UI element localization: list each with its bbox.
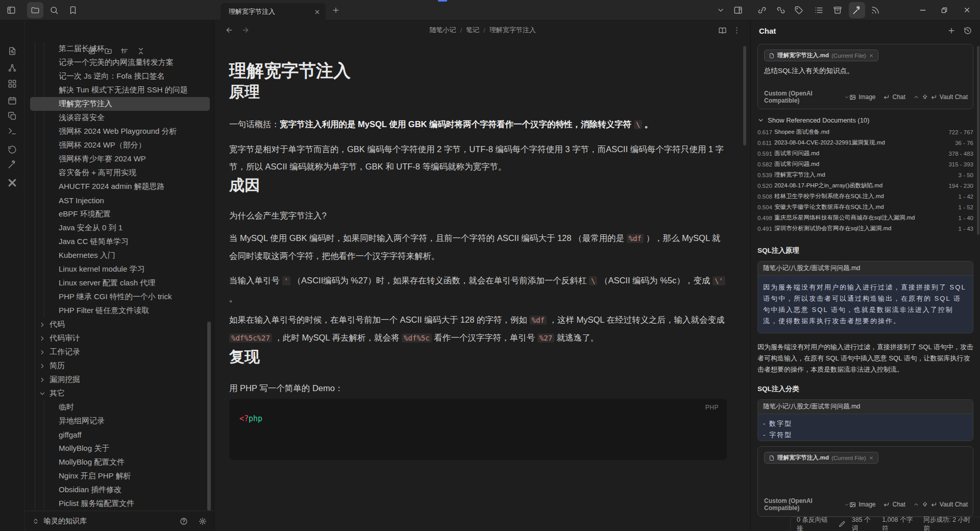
file-item[interactable]: Piclist 服务端配置文件 [25, 497, 214, 511]
file-item[interactable]: Linux server 配置 clash 代理 [25, 276, 214, 290]
vault-chat-button[interactable]: Vault Chat [913, 501, 968, 508]
referenced-document[interactable]: 0.491深圳市分析测试协会官网存在sql注入漏洞.md1 - 43 [757, 223, 973, 234]
file-item[interactable]: MollyBlog 配置文件 [25, 455, 214, 469]
referenced-document[interactable]: 0.498重庆思乐星网络科技有限公司商城存在sql注入漏洞.md1 - 40 [757, 212, 973, 223]
file-item[interactable]: 强网杯 2024 WP（部分） [25, 138, 214, 152]
search-icon[interactable] [50, 6, 59, 15]
tools-icon[interactable] [8, 178, 17, 187]
chat-history-icon[interactable] [964, 27, 972, 35]
breadcrumb-item[interactable]: 理解宽字节注入 [489, 26, 536, 35]
chat-input-card[interactable]: 理解宽字节注入.md (Current File) Custom (OpenAI… [757, 446, 973, 517]
rss-icon[interactable] [871, 6, 880, 15]
image-button[interactable]: Image [849, 501, 875, 508]
folder-item[interactable]: 工作记录 [25, 345, 214, 359]
canvas-grid-icon[interactable] [8, 79, 17, 88]
folder-item-expanded[interactable]: 其它 [25, 387, 214, 400]
new-tab-icon[interactable] [332, 6, 340, 14]
context-file-chip[interactable]: 理解宽字节注入.md (Current File) [764, 452, 878, 464]
backlinks-count[interactable]: 0 条反向链接 [797, 516, 832, 531]
file-item[interactable]: 记一次 Js 逆向：Fofa 接口签名 [25, 69, 214, 83]
explorer-scrollbar[interactable] [207, 322, 211, 511]
file-item[interactable]: PHP Filter 链任意文件读取 [25, 304, 214, 318]
window-close-icon[interactable] [963, 6, 971, 14]
file-item[interactable]: Obsidian 插件修改 [25, 483, 214, 497]
chip-close-icon[interactable] [869, 53, 874, 58]
vault-switcher[interactable]: 喻灵的知识库 [25, 511, 214, 531]
context-file-chip[interactable]: 理解宽字节注入.md (Current File) [764, 50, 878, 61]
terminal-icon[interactable] [8, 127, 17, 136]
file-item[interactable]: 第二届长城杯 [25, 42, 214, 56]
copy-template-icon[interactable] [8, 111, 17, 120]
chip-close-icon[interactable] [869, 455, 874, 461]
quote-source[interactable]: 随笔小记/八股文/面试常问问题.md [758, 261, 973, 276]
file-item[interactable]: Kubernetes 入门 [25, 249, 214, 262]
file-item[interactable]: Nginx 开启 PHP 解析 [25, 469, 214, 483]
file-item[interactable]: 解决 Tun 模式下无法使用 SSH 的问题 [25, 83, 214, 97]
file-item[interactable]: 强网杯 2024 Web Playground 分析 [25, 125, 214, 138]
file-item[interactable]: Java 安全从 0 到 1 [25, 221, 214, 235]
folder-item[interactable]: 代码 [25, 318, 214, 331]
window-minimize-icon[interactable] [919, 6, 927, 14]
chat-send-button[interactable]: Chat [883, 93, 905, 101]
edit-mode-pencil-icon[interactable] [839, 521, 845, 527]
bookmark-icon[interactable] [68, 6, 78, 15]
sync-history-icon[interactable] [8, 145, 17, 154]
file-item[interactable]: Java CC 链简单学习 [25, 235, 214, 249]
window-restore-icon[interactable] [941, 6, 948, 14]
quote-source[interactable]: 随笔小记/八股文/面试常问问题.md [758, 400, 973, 414]
tags-icon[interactable] [794, 6, 803, 15]
reading-view-icon[interactable] [718, 26, 727, 35]
file-item[interactable]: PHP 继承 CGI 特性的一个小 trick [25, 290, 214, 304]
file-search-icon[interactable] [8, 46, 17, 56]
files-icon[interactable] [31, 6, 40, 15]
image-button[interactable]: Image [849, 93, 875, 101]
referenced-document[interactable]: 0.591面试常问问题.md378 - 483 [757, 148, 973, 159]
file-item-selected[interactable]: 理解宽字节注入 [30, 97, 210, 111]
toggle-right-sidebar-icon[interactable] [733, 6, 743, 15]
referenced-document[interactable]: 0.508桂林卫生学校学分制系统存在SQL注入.md1 - 42 [757, 191, 973, 202]
file-item[interactable]: giffgaff [25, 428, 214, 442]
file-item[interactable]: 浅谈容器安全 [25, 111, 214, 125]
settings-gear-icon[interactable] [199, 517, 207, 525]
tab-close-icon[interactable] [314, 9, 321, 15]
calendar-icon[interactable] [8, 96, 17, 105]
graph-view-icon[interactable] [8, 63, 17, 73]
backlinks-icon[interactable] [757, 6, 767, 15]
toggle-left-sidebar-icon[interactable] [7, 6, 16, 15]
tab-active[interactable]: 理解宽字节注入 [220, 3, 326, 20]
referenced-document[interactable]: 0.617Shopee 面试准备.md722 - 767 [757, 127, 973, 137]
chat-scrollbar[interactable] [977, 46, 979, 235]
vault-chat-button[interactable]: Vault Chat [913, 93, 968, 101]
sync-status[interactable]: 同步成功: 2 小时前 [923, 516, 974, 531]
referenced-document[interactable]: 0.6112023-08-04-CVE-2022-32991漏洞复现.md36 … [757, 137, 973, 148]
file-item[interactable]: MollyBlog 关于 [25, 442, 214, 455]
referenced-document[interactable]: 0.539理解宽字节注入.md3 - 50 [757, 170, 973, 180]
referenced-document[interactable]: 0.582面试常问问题.md315 - 393 [757, 159, 973, 170]
file-item[interactable]: eBPF 环境配置 [25, 207, 214, 221]
file-item[interactable]: 容灾备份 + 高可用实现 [25, 166, 214, 180]
file-item[interactable]: AST Injection [25, 194, 214, 207]
breadcrumb-item[interactable]: 笔记 [466, 26, 479, 35]
archive-icon[interactable] [833, 6, 842, 15]
new-chat-icon[interactable] [947, 27, 955, 35]
editor-scrollbar[interactable] [743, 46, 746, 146]
model-selector[interactable]: Custom (OpenAI Compatible) [764, 497, 849, 512]
wand-copilot-icon[interactable] [852, 6, 862, 15]
help-icon[interactable] [180, 517, 188, 525]
folder-item[interactable]: 漏洞挖掘 [25, 373, 214, 387]
referenced-document[interactable]: 0.504安徽大学徽学论文数据库存在SQL注入.md1 - 52 [757, 202, 973, 212]
file-item[interactable]: 异地组网记录 [25, 414, 214, 428]
outline-icon[interactable] [814, 6, 823, 15]
file-item[interactable]: 临时 [25, 400, 214, 414]
file-item[interactable]: Linux kernel module 学习 [25, 262, 214, 276]
wand-ribbon-icon[interactable] [8, 160, 17, 169]
more-options-icon[interactable] [732, 26, 741, 35]
file-item[interactable]: 强网杯青少年赛 2024 WP [25, 152, 214, 166]
folder-item[interactable]: 简历 [25, 359, 214, 373]
outgoing-links-icon[interactable] [776, 6, 786, 15]
file-item[interactable]: AHUCTF 2024 admin 解题思路 [25, 180, 214, 194]
referenced-documents-toggle[interactable]: Show Referenced Documents (10) [757, 116, 973, 124]
tab-list-chevron-icon[interactable] [717, 6, 725, 14]
file-item[interactable]: 记录一个完美的内网流量转发方案 [25, 56, 214, 69]
chat-send-button[interactable]: Chat [883, 501, 905, 508]
